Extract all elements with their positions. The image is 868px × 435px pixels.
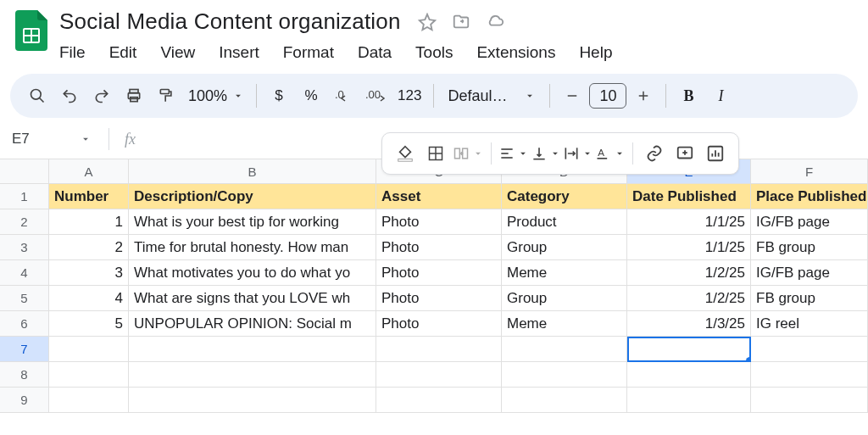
bold-button[interactable]: B: [673, 81, 704, 111]
cell-B1[interactable]: Description/Copy: [129, 184, 376, 209]
undo-icon[interactable]: [54, 81, 85, 111]
cell-B5[interactable]: What are signs that you LOVE wh: [129, 286, 376, 311]
cell-F4[interactable]: IG/FB page: [751, 260, 868, 286]
italic-button[interactable]: I: [705, 81, 736, 111]
cell-F2[interactable]: IG/FB page: [751, 209, 868, 235]
cell-D6[interactable]: Meme: [502, 311, 627, 337]
format-currency[interactable]: $: [264, 81, 294, 111]
cell-C5[interactable]: Photo: [376, 286, 502, 311]
format-percent[interactable]: %: [296, 81, 326, 111]
cell-A6[interactable]: 5: [49, 311, 129, 337]
name-box[interactable]: [8, 127, 100, 151]
zoom-select[interactable]: 100%: [183, 87, 249, 105]
cell-A1[interactable]: Number: [49, 184, 129, 209]
text-wrap-button[interactable]: [563, 145, 593, 162]
row-header-6[interactable]: 6: [0, 311, 49, 337]
cell-D5[interactable]: Group: [502, 286, 627, 311]
row-header-1[interactable]: 1: [0, 184, 49, 209]
name-box-input[interactable]: [8, 127, 75, 151]
cell-F5[interactable]: FB group: [751, 286, 868, 311]
decrease-decimal-icon[interactable]: .0: [328, 81, 359, 111]
cell-E1[interactable]: Date Published: [627, 184, 751, 209]
cloud-status-icon[interactable]: [486, 13, 504, 31]
cell-A7[interactable]: [49, 337, 129, 362]
cell-C2[interactable]: Photo: [376, 209, 502, 235]
cell-E6[interactable]: 1/3/25: [627, 311, 751, 337]
star-icon[interactable]: [418, 13, 437, 31]
search-icon[interactable]: [22, 81, 53, 111]
increase-font-size[interactable]: [628, 81, 659, 111]
row-header-3[interactable]: 3: [0, 235, 49, 260]
horizontal-align-button[interactable]: [498, 145, 529, 162]
menu-file[interactable]: File: [59, 40, 97, 65]
cell-F6[interactable]: IG reel: [751, 311, 868, 337]
cell-E4[interactable]: 1/2/25: [627, 260, 751, 286]
cell-F9[interactable]: [751, 388, 868, 413]
cell-A5[interactable]: 4: [49, 286, 129, 311]
insert-link-icon[interactable]: [640, 139, 669, 168]
cell-C3[interactable]: Photo: [376, 235, 502, 260]
col-header-A[interactable]: A: [49, 159, 129, 184]
menu-format[interactable]: Format: [283, 40, 346, 65]
borders-icon[interactable]: [421, 139, 450, 168]
text-rotation-button[interactable]: A: [595, 145, 626, 162]
doc-title[interactable]: Social Media Content organization: [59, 8, 401, 35]
cell-D1[interactable]: Category: [502, 184, 627, 209]
cell-D4[interactable]: Meme: [502, 260, 627, 286]
cell-F7[interactable]: [751, 337, 868, 362]
cell-D9[interactable]: [502, 388, 627, 413]
cell-F3[interactable]: FB group: [751, 235, 868, 260]
fill-color-icon[interactable]: [391, 139, 420, 168]
menu-tools[interactable]: Tools: [415, 40, 465, 65]
cell-F1[interactable]: Place Published: [751, 184, 868, 209]
sheets-logo[interactable]: [14, 8, 49, 53]
row-header-5[interactable]: 5: [0, 286, 49, 311]
decrease-font-size[interactable]: [557, 81, 587, 111]
cell-B3[interactable]: Time for brutal honesty. How man: [129, 235, 376, 260]
col-header-B[interactable]: B: [129, 159, 376, 184]
cell-D8[interactable]: [502, 362, 627, 388]
cell-C4[interactable]: Photo: [376, 260, 502, 286]
menu-extensions[interactable]: Extensions: [476, 40, 567, 65]
row-header-2[interactable]: 2: [0, 209, 49, 235]
cell-A3[interactable]: 2: [49, 235, 129, 260]
cell-C1[interactable]: Asset: [376, 184, 502, 209]
paint-format-icon[interactable]: [151, 81, 181, 111]
row-header-7[interactable]: 7: [0, 337, 49, 362]
menu-insert[interactable]: Insert: [219, 40, 271, 65]
merge-cells-button[interactable]: [452, 145, 484, 162]
cell-E2[interactable]: 1/1/25: [627, 209, 751, 235]
menu-data[interactable]: Data: [358, 40, 403, 65]
cell-B2[interactable]: What is your best tip for working: [129, 209, 376, 235]
cell-B7[interactable]: [129, 337, 376, 362]
insert-comment-icon[interactable]: [670, 139, 699, 168]
menu-view[interactable]: View: [160, 40, 207, 65]
row-header-8[interactable]: 8: [0, 362, 49, 388]
col-header-F[interactable]: F: [751, 159, 868, 184]
insert-chart-icon[interactable]: [701, 139, 730, 168]
print-icon[interactable]: [119, 81, 149, 111]
move-to-folder-icon[interactable]: [452, 13, 470, 31]
cell-B9[interactable]: [129, 388, 376, 413]
cell-B8[interactable]: [129, 362, 376, 388]
font-select[interactable]: Defaul…: [441, 87, 542, 105]
select-all-corner[interactable]: [0, 159, 49, 184]
cell-E8[interactable]: [627, 362, 751, 388]
cell-E7[interactable]: [627, 337, 751, 362]
menu-help[interactable]: Help: [579, 40, 624, 65]
cell-C8[interactable]: [376, 362, 502, 388]
cell-E5[interactable]: 1/2/25: [627, 286, 751, 311]
row-header-9[interactable]: 9: [0, 388, 49, 413]
cell-F8[interactable]: [751, 362, 868, 388]
row-header-4[interactable]: 4: [0, 260, 49, 286]
cell-A2[interactable]: 1: [49, 209, 129, 235]
cell-E9[interactable]: [627, 388, 751, 413]
cell-D7[interactable]: [502, 337, 627, 362]
cell-A9[interactable]: [49, 388, 129, 413]
cell-E3[interactable]: 1/1/25: [627, 235, 751, 260]
cell-C9[interactable]: [376, 388, 502, 413]
redo-icon[interactable]: [86, 81, 117, 111]
cell-B4[interactable]: What motivates you to do what yo: [129, 260, 376, 286]
menu-edit[interactable]: Edit: [109, 40, 149, 65]
cell-D3[interactable]: Group: [502, 235, 627, 260]
